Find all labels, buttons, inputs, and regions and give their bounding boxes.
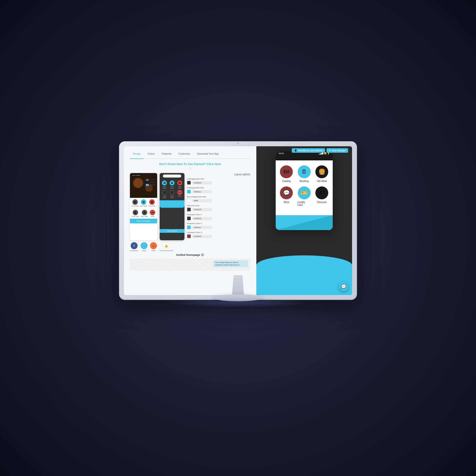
layout-icon-catalog: 🖼 PAGE NAME: [161, 180, 168, 189]
featcolor2-label: Features Color 2:: [187, 222, 250, 225]
featcolor2-swatch[interactable]: [187, 225, 191, 229]
boxbg-option: Box background color:: [187, 196, 250, 203]
titletext-value: [187, 208, 250, 211]
color2-value: [187, 190, 250, 194]
swatch-2: [146, 181, 149, 183]
layout-more2-label: MORE: [178, 195, 181, 197]
app-icon-booking[interactable]: 🗓 Booking: [297, 165, 311, 182]
featcolor1-input[interactable]: [192, 217, 212, 220]
layout-phone-header: Search for item...: [160, 173, 184, 178]
layout-more2-circle: •••: [177, 190, 182, 195]
featcolor1-option: Features Color 1:: [187, 213, 250, 220]
search-placeholder: Search for item...: [164, 175, 175, 177]
boxbg-value: [187, 199, 250, 203]
social-links: 🔗 LINKS: [141, 242, 148, 251]
tabs-row: Design Colors Features Customize Downloa…: [130, 151, 250, 159]
color2-swatch[interactable]: [187, 190, 191, 194]
featcolor1-swatch[interactable]: [187, 216, 191, 220]
setmeal-emoji: 🍔: [319, 169, 325, 175]
featcolor3-input[interactable]: [192, 235, 212, 238]
loyalty-icon: 🎫: [298, 186, 311, 199]
featcolor2-value: [187, 225, 250, 229]
layout-catalog-label: PAGE NAME: [161, 186, 168, 189]
push-label: PUSH: [151, 250, 156, 251]
tips-icon[interactable]: 👍: [163, 242, 170, 249]
boxbg-swatch[interactable]: [187, 199, 191, 203]
app-icon-discount[interactable]: 🏷 Discount: [315, 186, 328, 206]
layout-bottom-wave: [160, 200, 184, 208]
tab-customize[interactable]: Customize: [176, 151, 193, 156]
titletext-swatch[interactable]: [187, 208, 191, 211]
discount-icon: 🏷: [315, 186, 328, 199]
layout-loyalty-circle: 🖼: [170, 190, 175, 195]
layout-icons-grid: 🖼 PAGE NAME 🖼 PAGE NAME 🖼: [160, 178, 184, 200]
featcolor2-input[interactable]: [192, 226, 212, 229]
swatch-row-1: #616569: [146, 179, 155, 181]
phone-dark-header: [276, 155, 333, 160]
booking-emoji: 🗓: [301, 169, 307, 175]
app-icon-catalog[interactable]: 🍽 Catalog: [280, 165, 293, 182]
monitor-screen: 📱 Preview on your phone ↻ See changes: [124, 146, 352, 295]
social-icons-row: f FACEBOOK 🔗 LINKS 📣 PUSH: [130, 240, 250, 253]
headline-info: ⓘ: [130, 167, 250, 170]
color1-value: [187, 181, 250, 185]
screen-content: 📱 Preview on your phone ↻ See changes: [124, 146, 352, 295]
swatch-label-3: #101858: [149, 184, 155, 186]
app-icon-more[interactable]: 💬 More: [280, 186, 293, 206]
titletext-option: Title text color:: [187, 205, 250, 211]
color1-label: 1 Background color:: [187, 178, 250, 180]
template-icons-row: 🖼 PAGE NAME 🖼 PAGE NAME 🖼: [130, 198, 157, 208]
layout-options-panel: Layout options 1 Background color:: [187, 173, 250, 240]
catalog-emoji: 🍽: [284, 169, 289, 175]
unified-homepage-label: Unified Homepage: [176, 253, 200, 256]
titletext-input[interactable]: [192, 208, 212, 211]
phone-mockup: 12:12 ▂▄▆ 🛜 🔋: [276, 151, 333, 230]
discount-emoji: 🏷: [319, 190, 325, 196]
monitor-shadow: [164, 298, 312, 307]
color1-input[interactable]: [192, 181, 212, 184]
layout-booking-label: PAGE NAME: [169, 186, 176, 189]
catalog-label: Catalog: [282, 180, 291, 182]
headline-link[interactable]: Click Here: [207, 162, 221, 166]
pick-template-button[interactable]: Pick A Template: [130, 219, 157, 223]
featcolor3-swatch[interactable]: [187, 234, 191, 238]
layout-more-label: PAGE NAME: [161, 195, 168, 198]
tab-colors[interactable]: Colors: [145, 151, 158, 156]
phone-content: 🍽 Catalog 🗓 Bookin: [276, 160, 333, 215]
chat-bubble-button[interactable]: 💬: [339, 282, 348, 291]
social-tips: 👍 TIPS CALCULATOR: [159, 242, 173, 251]
color2-input[interactable]: [192, 190, 212, 193]
tab-download[interactable]: Download Your App: [194, 151, 222, 156]
t-icon-circle-3: 🖼: [149, 199, 155, 205]
t-icon-label-5: PAGE NAME: [141, 216, 148, 217]
catalog-icon: 🍽: [280, 165, 293, 178]
t-icon-1: 🖼 PAGE NAME: [131, 199, 139, 207]
preview-button[interactable]: 📱 Preview on your phone: [292, 148, 325, 153]
t-icon-label-2: PAGE NAME: [140, 205, 147, 207]
featcolor1-label: Features Color 1:: [187, 213, 250, 216]
tab-design[interactable]: Design: [130, 151, 144, 159]
t-icon-label-6: MORE: [151, 216, 154, 217]
setmeal-icon: 🍔: [315, 165, 328, 178]
color1-swatch[interactable]: [187, 181, 191, 185]
pick-layout-button[interactable]: Pick A layout: [160, 229, 184, 233]
push-icon[interactable]: 📣: [150, 242, 157, 249]
top-bar: 📱 Preview on your phone ↻ See changes: [292, 148, 348, 153]
tab-features[interactable]: Features: [159, 151, 174, 156]
facebook-icon[interactable]: f: [131, 242, 138, 249]
three-cols: Color Palette #616569: [130, 173, 250, 240]
t-icon-label-3: PAGE NAME: [148, 205, 155, 207]
headline: Don't Know How To Get Started? Click Her…: [130, 162, 250, 166]
app-icon-loyalty[interactable]: 🎫 Loyalty Card: [297, 186, 311, 206]
color1-option: 1 Background color:: [187, 178, 250, 185]
t-icon-5: 🖼 PAGE NAME: [141, 210, 148, 217]
more-emoji: 💬: [283, 190, 290, 196]
app-icon-setmeal[interactable]: 🍔 Set Meal: [315, 165, 328, 182]
monitor-camera: [237, 142, 239, 144]
scene: 📱 Preview on your phone ↻ See changes: [119, 141, 357, 335]
boxbg-input[interactable]: [192, 199, 212, 202]
links-icon[interactable]: 🔗: [141, 242, 148, 249]
template-preview: Color Palette #616569: [130, 173, 157, 240]
loyalty-emoji: 🎫: [301, 190, 307, 196]
see-changes-button[interactable]: ↻ See changes: [327, 148, 348, 153]
